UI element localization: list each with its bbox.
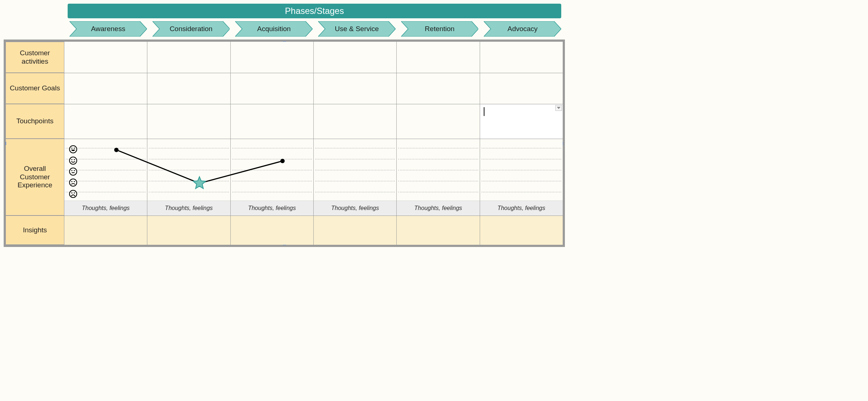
cell-activities[interactable] xyxy=(64,42,147,73)
phase-label: Use & Service xyxy=(318,21,396,37)
journey-grid[interactable]: Customer activities Customer Goals Touch… xyxy=(4,40,565,247)
phase-label: Awareness xyxy=(69,21,147,37)
experience-chart-area[interactable] xyxy=(397,139,479,201)
thoughts-feelings-label[interactable]: Thoughts, feelings xyxy=(231,201,313,216)
phase-chevron-consideration[interactable]: Consideration xyxy=(152,21,230,37)
thoughts-feelings-label[interactable]: Thoughts, feelings xyxy=(397,201,479,216)
phase-chevron-use-service[interactable]: Use & Service xyxy=(318,21,396,37)
cell-touchpoints[interactable] xyxy=(147,104,230,139)
cell-touchpoints[interactable] xyxy=(397,104,479,139)
row-label-experience: Overall Customer Experience xyxy=(6,139,64,216)
phase-label: Acquisition xyxy=(235,21,313,37)
phases-banner: Phases/Stages xyxy=(68,4,561,18)
cell-insights[interactable] xyxy=(64,216,147,245)
svg-marker-6 xyxy=(557,107,561,109)
cell-activities[interactable] xyxy=(314,42,396,73)
cell-experience[interactable]: Thoughts, feelings xyxy=(231,139,313,216)
phase-label: Retention xyxy=(401,21,479,37)
phase-chevron-advocacy[interactable]: Advocacy xyxy=(484,21,561,37)
cell-goals[interactable] xyxy=(231,73,313,104)
cell-experience[interactable]: Thoughts, feelings xyxy=(397,139,479,216)
cell-goals[interactable] xyxy=(314,73,396,104)
cell-activities[interactable] xyxy=(397,42,479,73)
row-label-touchpoints: Touchpoints xyxy=(6,104,64,139)
experience-chart-area[interactable] xyxy=(64,139,147,201)
experience-chart-area[interactable] xyxy=(231,139,313,201)
phase-label: Advocacy xyxy=(484,21,561,37)
phase-chevron-acquisition[interactable]: Acquisition xyxy=(235,21,313,37)
row-label-activities: Customer activities xyxy=(6,42,64,73)
thoughts-feelings-label[interactable]: Thoughts, feelings xyxy=(64,201,147,216)
selection-handle-icon[interactable] xyxy=(4,141,7,146)
row-label-goals: Customer Goals xyxy=(6,73,64,104)
text-cursor-icon xyxy=(484,107,484,116)
cell-activities[interactable] xyxy=(147,42,230,73)
cell-experience[interactable]: Thoughts, feelings xyxy=(314,139,396,216)
cell-insights[interactable] xyxy=(314,216,396,245)
experience-chart-area[interactable] xyxy=(480,139,563,201)
cell-insights[interactable] xyxy=(397,216,479,245)
cell-activities[interactable] xyxy=(480,42,563,73)
cell-dropdown-button[interactable] xyxy=(555,105,562,111)
cell-insights[interactable] xyxy=(231,216,313,245)
cell-goals[interactable] xyxy=(147,73,230,104)
phase-label: Consideration xyxy=(152,21,230,37)
experience-chart-area[interactable] xyxy=(314,139,396,201)
cell-activities[interactable] xyxy=(231,42,313,73)
cell-insights[interactable] xyxy=(147,216,230,245)
experience-chart-area[interactable] xyxy=(147,139,230,201)
cell-goals[interactable] xyxy=(397,73,479,104)
cell-goals[interactable] xyxy=(480,73,563,104)
cell-insights[interactable] xyxy=(480,216,563,245)
row-label-insights: Insights xyxy=(6,216,64,245)
cell-experience[interactable]: Thoughts, feelings xyxy=(480,139,563,216)
phase-chevron-row: Awareness Consideration Acquisition Use … xyxy=(68,21,561,37)
thoughts-feelings-label[interactable]: Thoughts, feelings xyxy=(314,201,396,216)
chevron-down-icon xyxy=(557,106,561,109)
phase-chevron-awareness[interactable]: Awareness xyxy=(69,21,147,37)
cell-goals[interactable] xyxy=(64,73,147,104)
thoughts-feelings-label[interactable]: Thoughts, feelings xyxy=(480,201,563,216)
cell-experience[interactable]: Thoughts, feelings xyxy=(64,139,147,216)
phase-chevron-retention[interactable]: Retention xyxy=(401,21,479,37)
cell-touchpoints[interactable] xyxy=(231,104,313,139)
cell-touchpoints-editing[interactable] xyxy=(480,104,563,139)
cell-experience[interactable]: Thoughts, feelings xyxy=(147,139,230,216)
thoughts-feelings-label[interactable]: Thoughts, feelings xyxy=(147,201,230,216)
cell-touchpoints[interactable] xyxy=(64,104,147,139)
cell-touchpoints[interactable] xyxy=(314,104,396,139)
